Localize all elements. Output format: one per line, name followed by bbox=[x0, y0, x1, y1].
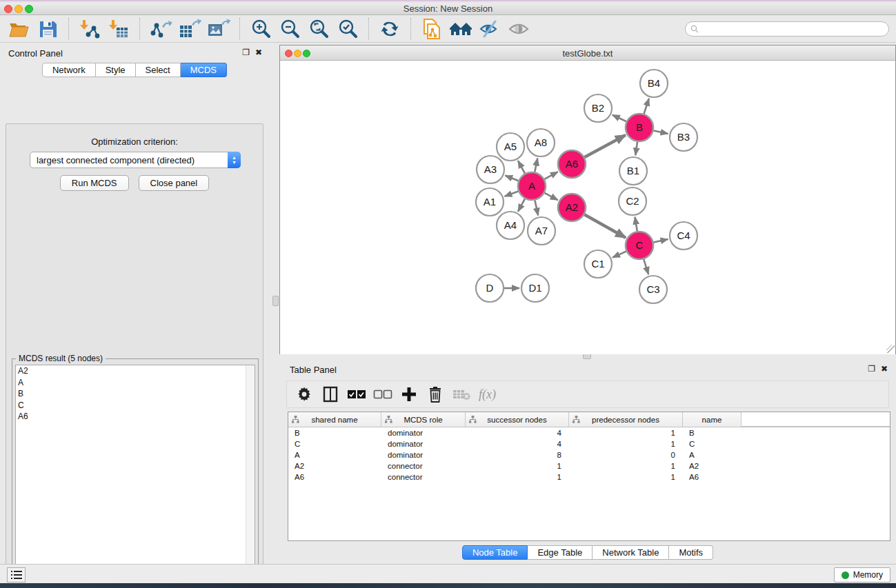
tab-network[interactable]: Network bbox=[42, 63, 96, 77]
hide-selected-icon[interactable] bbox=[475, 18, 504, 40]
column-header-empty bbox=[741, 412, 890, 427]
table-row[interactable]: Adominator80A bbox=[288, 449, 890, 460]
table-row[interactable]: Bdominator41B bbox=[288, 427, 890, 438]
column-header-predecessor-nodes[interactable]: predecessor nodes bbox=[569, 412, 683, 427]
edge-C-C3[interactable] bbox=[644, 259, 648, 274]
run-mcds-button[interactable]: Run MCDS bbox=[60, 175, 129, 191]
tab-motifs[interactable]: Motifs bbox=[669, 545, 713, 560]
edge-A-A5[interactable] bbox=[518, 161, 525, 173]
svg-text:A4: A4 bbox=[504, 219, 517, 231]
column-header-shared-name[interactable]: shared name bbox=[288, 412, 381, 427]
export-table-icon[interactable] bbox=[175, 18, 204, 40]
graph-node-A4[interactable]: A4 bbox=[497, 212, 524, 239]
column-header-successor-nodes[interactable]: successor nodes bbox=[466, 412, 569, 427]
edge-B-B1[interactable] bbox=[635, 142, 637, 155]
tab-mcds[interactable]: MCDS bbox=[181, 63, 227, 77]
edge-B-B4[interactable] bbox=[644, 99, 649, 114]
graph-node-B3[interactable]: B3 bbox=[670, 123, 697, 151]
graph-node-A[interactable]: A bbox=[518, 172, 546, 200]
zoom-fit-icon[interactable] bbox=[304, 18, 333, 40]
delete-table-icon[interactable] bbox=[450, 383, 472, 405]
houses-icon[interactable] bbox=[446, 18, 475, 40]
tab-network-table[interactable]: Network Table bbox=[593, 545, 669, 560]
close-panel-icon[interactable]: ✖ bbox=[255, 48, 262, 57]
graph-node-C3[interactable]: C3 bbox=[639, 276, 667, 303]
search-box[interactable] bbox=[685, 21, 889, 37]
edge-C-C1[interactable] bbox=[613, 252, 626, 258]
graph-node-B[interactable]: B bbox=[626, 114, 653, 141]
close-panel-button[interactable]: Close panel bbox=[139, 175, 210, 191]
edge-C-C2[interactable] bbox=[635, 217, 637, 232]
scrollbar-track[interactable] bbox=[246, 365, 255, 588]
tab-node-table[interactable]: Node Table bbox=[462, 545, 528, 560]
float-panel-icon[interactable]: ❐ bbox=[242, 48, 250, 57]
table-row[interactable]: A2connector11A2 bbox=[288, 460, 890, 472]
edge-B-B2[interactable] bbox=[613, 115, 626, 121]
unselect-all-icon[interactable] bbox=[371, 383, 394, 405]
graph-node-C1[interactable]: C1 bbox=[584, 250, 612, 278]
edge-A-A8[interactable] bbox=[535, 159, 537, 172]
graph-node-B2[interactable]: B2 bbox=[584, 94, 612, 122]
edge-A-A6[interactable] bbox=[544, 172, 557, 179]
graph-node-D[interactable]: D bbox=[476, 274, 504, 302]
table-row[interactable]: A6connector11A6 bbox=[288, 472, 890, 483]
graph-node-B4[interactable]: B4 bbox=[640, 70, 668, 97]
mcds-result-list[interactable]: A2ABCA6 bbox=[15, 365, 255, 588]
edge-B-B3[interactable] bbox=[654, 130, 668, 134]
graph-node-C[interactable]: C bbox=[626, 232, 653, 259]
horizontal-splitter-handle[interactable] bbox=[583, 354, 591, 359]
tab-edge-table[interactable]: Edge Table bbox=[528, 545, 593, 560]
open-file-icon[interactable] bbox=[4, 18, 33, 40]
vertical-splitter-handle[interactable] bbox=[272, 296, 279, 306]
task-history-button[interactable] bbox=[7, 567, 26, 582]
graph-node-A5[interactable]: A5 bbox=[497, 133, 524, 161]
tab-style[interactable]: Style bbox=[96, 63, 136, 77]
select-all-icon[interactable] bbox=[345, 383, 368, 405]
settings-gear-icon[interactable] bbox=[292, 383, 315, 405]
edge-A-A4[interactable] bbox=[518, 199, 525, 211]
edge-A-A1[interactable] bbox=[505, 191, 519, 196]
network-canvas[interactable]: B4B2BB3A8A5A6A3B1AA1C2A2A4A7C4CC1C3DD1 bbox=[280, 61, 895, 354]
add-row-icon[interactable] bbox=[397, 383, 420, 405]
graph-node-A1[interactable]: A1 bbox=[476, 188, 504, 216]
criterion-dropdown[interactable]: largest connected component (directed) ▲… bbox=[30, 152, 241, 168]
memory-button[interactable]: Memory bbox=[834, 567, 890, 582]
save-session-icon[interactable] bbox=[33, 18, 62, 40]
edge-A6-B[interactable] bbox=[584, 135, 625, 157]
edge-A2-C[interactable] bbox=[584, 214, 626, 237]
edge-A-A7[interactable] bbox=[535, 201, 538, 216]
graph-node-A6[interactable]: A6 bbox=[558, 150, 586, 178]
graph-node-C2[interactable]: C2 bbox=[619, 187, 646, 215]
graph-node-D1[interactable]: D1 bbox=[521, 274, 549, 302]
graph-node-A7[interactable]: A7 bbox=[528, 217, 555, 245]
table-row[interactable]: Cdominator41C bbox=[288, 438, 890, 449]
close-panel-icon[interactable]: ✖ bbox=[881, 365, 888, 373]
resize-grip-icon[interactable] bbox=[886, 345, 895, 353]
network-file-icon[interactable] bbox=[417, 18, 446, 40]
refresh-icon[interactable] bbox=[375, 18, 404, 40]
delete-row-icon[interactable] bbox=[424, 383, 446, 405]
graph-node-B1[interactable]: B1 bbox=[619, 157, 647, 185]
export-image-icon[interactable] bbox=[204, 18, 233, 40]
column-header-MCDS-role[interactable]: MCDS role bbox=[381, 412, 466, 427]
import-table-icon[interactable] bbox=[104, 18, 133, 40]
zoom-out-icon[interactable] bbox=[275, 18, 304, 40]
search-input[interactable] bbox=[701, 23, 888, 35]
graph-node-A8[interactable]: A8 bbox=[527, 129, 555, 156]
export-network-icon[interactable] bbox=[146, 18, 175, 40]
tab-select[interactable]: Select bbox=[136, 63, 181, 77]
edge-A-A2[interactable] bbox=[545, 193, 558, 200]
edge-A-A3[interactable] bbox=[505, 176, 518, 181]
network-window-titlebar[interactable]: testGlobe.txt bbox=[280, 45, 895, 61]
zoom-in-icon[interactable] bbox=[246, 18, 275, 40]
show-columns-icon[interactable] bbox=[319, 383, 341, 405]
graph-node-A3[interactable]: A3 bbox=[477, 156, 504, 183]
edge-C-C4[interactable] bbox=[654, 239, 668, 243]
float-panel-icon[interactable]: ❐ bbox=[868, 365, 875, 373]
import-network-icon[interactable] bbox=[75, 18, 104, 40]
graph-node-A2[interactable]: A2 bbox=[558, 194, 586, 221]
show-all-icon[interactable] bbox=[504, 18, 533, 40]
graph-node-C4[interactable]: C4 bbox=[670, 222, 697, 250]
column-header-name[interactable]: name bbox=[683, 412, 741, 427]
zoom-selected-icon[interactable] bbox=[333, 18, 362, 40]
